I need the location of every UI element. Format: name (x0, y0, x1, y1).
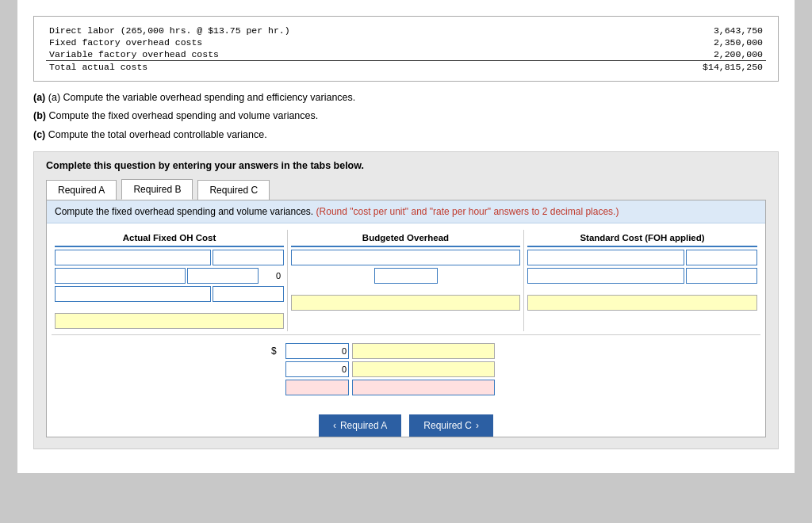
col3-section: Standard Cost (FOH applied) (524, 230, 760, 331)
instruction-a: (a) (a) Compute the variable overhead sp… (33, 90, 779, 106)
instructions: (a) (a) Compute the variable overhead sp… (33, 90, 779, 143)
tab-instruction-bar: Compute the fixed overhead spending and … (47, 200, 765, 223)
col1-sep (55, 304, 284, 311)
col1-input3[interactable] (55, 268, 186, 284)
table-row: Direct labor (265,000 hrs. @ $13.75 per … (46, 25, 766, 36)
col1-yellow-field (55, 313, 284, 329)
col3-header: Standard Cost (FOH applied) (527, 230, 757, 247)
dollar-sign: $ (271, 345, 282, 357)
cost-value: 2,200,000 (478, 48, 766, 61)
cost-label: Fixed factory overhead costs (46, 36, 478, 48)
prev-label: Required A (340, 420, 387, 431)
total-label: Total actual costs (46, 61, 478, 74)
top-cost-table: Direct labor (265,000 hrs. @ $13.75 per … (33, 16, 779, 82)
cost-label: Variable factory overhead costs (46, 48, 478, 61)
col2-yellow-row (291, 295, 520, 311)
next-label: Required C (423, 420, 472, 431)
main-container: Direct labor (265,000 hrs. @ $13.75 per … (17, 0, 795, 473)
col3-yellow-field (527, 295, 757, 311)
col1-row2: 0 (55, 268, 284, 284)
col2-yellow-field (291, 295, 520, 311)
horizontal-separator (52, 334, 760, 335)
columns-header-row: Actual Fixed OH Cost 0 (52, 230, 760, 331)
tab-instruction-highlight: (Round "cost per unit" and "rate per hou… (316, 206, 619, 217)
three-col-grid: Actual Fixed OH Cost 0 (47, 223, 765, 407)
col1-input2[interactable] (213, 250, 284, 265)
bottom-row2 (271, 361, 541, 377)
bottom-input3[interactable] (285, 380, 349, 395)
complete-box: Complete this question by entering your … (33, 151, 779, 449)
bottom-input2[interactable] (285, 361, 349, 377)
cost-value: 3,643,750 (478, 25, 766, 36)
col1-zero: 0 (260, 271, 284, 281)
col3-input1[interactable] (527, 250, 684, 265)
col3-input3[interactable] (527, 268, 684, 284)
col1-row1 (55, 250, 284, 265)
col1-row3 (55, 286, 284, 302)
bottom-pink1 (352, 380, 495, 395)
total-row: Total actual costs $14,815,250 (46, 61, 766, 74)
col1-header: Actual Fixed OH Cost (55, 230, 284, 247)
col3-yellow-row (527, 295, 757, 311)
col3-row1 (527, 250, 757, 265)
col1-yellow-row (55, 313, 284, 329)
tab-content: Compute the fixed overhead spending and … (46, 200, 766, 437)
cost-value: 2,350,000 (478, 36, 766, 48)
tab-required-b[interactable]: Required B (121, 179, 193, 200)
col3-input2[interactable] (686, 250, 757, 265)
col1-input1[interactable] (55, 250, 211, 265)
col3-input4[interactable] (686, 268, 757, 284)
bottom-input1[interactable] (285, 343, 349, 359)
col2-section: Budgeted Overhead (288, 230, 524, 331)
col3-sep (527, 286, 757, 292)
col2-row2 (291, 268, 520, 284)
tabs-row: Required A Required B Required C (46, 179, 766, 200)
col2-input2[interactable] (374, 268, 438, 284)
tab-required-a[interactable]: Required A (46, 180, 117, 200)
next-arrow: › (476, 420, 479, 431)
instruction-b: (b) Compute the fixed overhead spending … (33, 108, 779, 124)
next-button[interactable]: Required C › (409, 414, 493, 437)
total-value: $14,815,250 (478, 61, 766, 74)
col1-input4[interactable] (187, 268, 259, 284)
col1-section: Actual Fixed OH Cost 0 (52, 230, 288, 331)
prev-arrow: ‹ (333, 420, 336, 431)
bottom-yellow1 (352, 343, 495, 359)
col1-input5[interactable] (55, 286, 211, 302)
col2-input1[interactable] (291, 250, 520, 265)
col3-row2 (527, 268, 757, 284)
bottom-yellow2 (352, 361, 495, 377)
col2-header: Budgeted Overhead (291, 230, 520, 247)
col2-row1 (291, 250, 520, 265)
col2-sep (291, 286, 520, 292)
instruction-c: (c) Compute the total overhead controlla… (33, 127, 779, 143)
bottom-section: $ (52, 338, 760, 400)
prev-button[interactable]: ‹ Required A (319, 414, 401, 437)
tab-required-c[interactable]: Required C (197, 180, 270, 200)
cost-label: Direct labor (265,000 hrs. @ $13.75 per … (46, 25, 478, 36)
col1-input6[interactable] (213, 286, 284, 302)
bottom-row3 (271, 380, 541, 395)
table-row: Variable factory overhead costs 2,200,00… (46, 48, 766, 61)
nav-buttons: ‹ Required A Required C › (47, 414, 765, 437)
bottom-row1: $ (271, 343, 541, 359)
table-row: Fixed factory overhead costs 2,350,000 (46, 36, 766, 48)
complete-title: Complete this question by entering your … (46, 160, 766, 171)
